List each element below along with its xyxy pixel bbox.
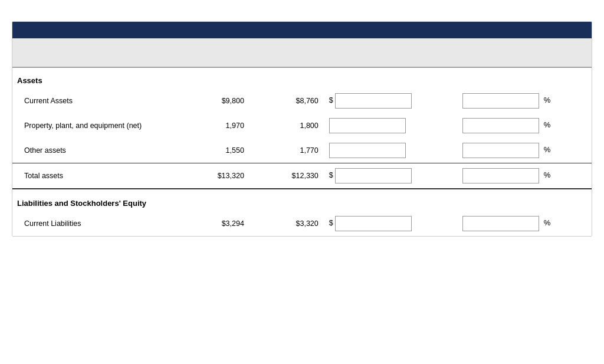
increase-input-1-0[interactable] bbox=[335, 216, 412, 231]
increase-input-0-1[interactable] bbox=[329, 118, 406, 133]
dollar-prefix: $ bbox=[329, 171, 333, 179]
increase-input-0-3[interactable] bbox=[335, 168, 412, 183]
increase-decrease-header bbox=[324, 38, 458, 67]
pct-symbol-0-3: % bbox=[544, 170, 551, 179]
row-label-0-0: Current Assets bbox=[12, 88, 176, 113]
pct-symbol-0-1: % bbox=[544, 120, 551, 129]
row-label-1-0: Current Liabilities bbox=[12, 211, 176, 236]
val2022-0-0: $9,800 bbox=[176, 88, 250, 113]
increase-input-0-2[interactable] bbox=[329, 143, 406, 158]
data-row-0-0: Current Assets $9,800 $8,760 $ % bbox=[12, 88, 592, 113]
data-row-1-0: Current Liabilities $3,294 $3,320 $ % bbox=[12, 211, 592, 236]
val2022-0-1: 1,970 bbox=[176, 113, 250, 138]
row-label-0-2: Other assets bbox=[12, 138, 176, 163]
increase-input-0-0[interactable] bbox=[335, 93, 412, 109]
pct-input-cell-0-3[interactable]: % bbox=[458, 163, 592, 189]
increase-input-cell-1-0[interactable]: $ bbox=[324, 211, 458, 236]
pct-input-0-2[interactable] bbox=[462, 143, 539, 158]
val2021-0-1: 1,800 bbox=[250, 113, 324, 138]
increase-input-cell-0-0[interactable]: $ bbox=[324, 88, 458, 113]
increase-input-cell-0-1[interactable] bbox=[324, 113, 458, 138]
val2021-0-2: 1,770 bbox=[250, 138, 324, 163]
table-header bbox=[12, 22, 592, 38]
data-row-0-3: Total assets $13,320 $12,330 $ % bbox=[12, 163, 592, 189]
pct-input-cell-1-0[interactable]: % bbox=[458, 211, 592, 236]
pct-change-header bbox=[458, 38, 592, 67]
val2021-0-0: $8,760 bbox=[250, 88, 324, 113]
year-2021-header bbox=[250, 38, 324, 67]
section-label-1: Liabilities and Stockholders' Equity bbox=[12, 191, 592, 211]
data-row-0-2: Other assets 1,550 1,770 % bbox=[12, 138, 592, 163]
balance-sheet-table-wrapper: Assets Current Assets $9,800 $8,760 $ % … bbox=[12, 21, 592, 237]
column-headers-row bbox=[12, 38, 592, 67]
pct-input-0-3[interactable] bbox=[462, 168, 539, 183]
pct-input-cell-0-1[interactable]: % bbox=[458, 113, 592, 138]
section-header-0: Assets bbox=[12, 68, 592, 88]
val2021-0-3: $12,330 bbox=[250, 163, 324, 189]
increase-input-cell-0-3[interactable]: $ bbox=[324, 163, 458, 189]
pct-symbol-0-2: % bbox=[544, 145, 551, 154]
pct-input-0-1[interactable] bbox=[462, 118, 539, 133]
val2022-1-0: $3,294 bbox=[176, 211, 250, 236]
val2022-0-2: 1,550 bbox=[176, 138, 250, 163]
increase-input-cell-0-2[interactable] bbox=[324, 138, 458, 163]
label-col-header bbox=[12, 38, 176, 67]
val2021-1-0: $3,320 bbox=[250, 211, 324, 236]
val2022-0-3: $13,320 bbox=[176, 163, 250, 189]
row-label-0-3: Total assets bbox=[12, 163, 176, 189]
pct-symbol-1-0: % bbox=[544, 218, 551, 227]
pct-input-1-0[interactable] bbox=[462, 216, 539, 231]
dollar-prefix: $ bbox=[329, 219, 333, 227]
main-table: Assets Current Assets $9,800 $8,760 $ % … bbox=[12, 38, 592, 236]
dollar-prefix: $ bbox=[329, 96, 333, 104]
pct-symbol-0-0: % bbox=[544, 96, 551, 104]
section-header-1: Liabilities and Stockholders' Equity bbox=[12, 191, 592, 211]
pct-input-0-0[interactable] bbox=[462, 93, 539, 109]
data-row-0-1: Property, plant, and equipment (net) 1,9… bbox=[12, 113, 592, 138]
pct-input-cell-0-0[interactable]: % bbox=[458, 88, 592, 113]
section-label-0: Assets bbox=[12, 68, 592, 88]
year-2022-header bbox=[176, 38, 250, 67]
row-label-0-1: Property, plant, and equipment (net) bbox=[12, 113, 176, 138]
pct-input-cell-0-2[interactable]: % bbox=[458, 138, 592, 163]
